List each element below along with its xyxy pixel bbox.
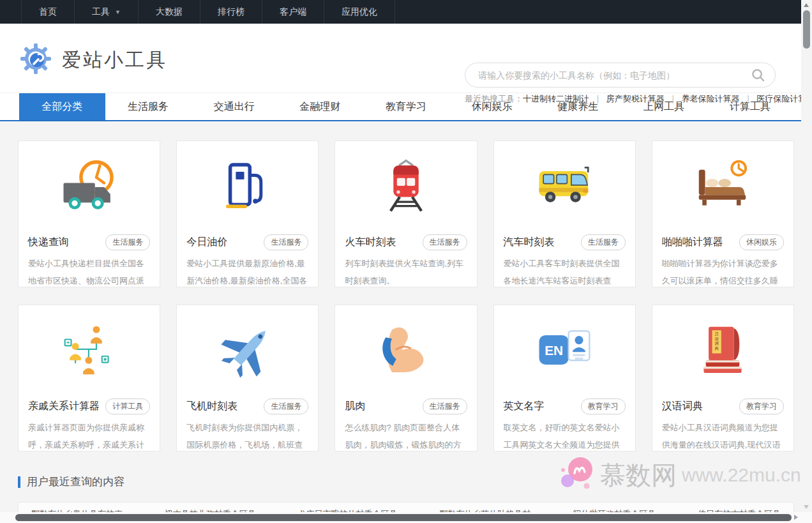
train-icon (335, 141, 476, 232)
scrollbar-corner (801, 512, 812, 523)
card-title-row: 啪啪啪计算器休闲娱乐 (652, 234, 793, 250)
hot-search-label: 最近热搜工具： (465, 94, 523, 103)
tool-card[interactable]: 啪啪啪计算器休闲娱乐啪啪啪计算器为你计算谈恋爱多久可以滚床单，情侣交往多久睡合 (652, 140, 794, 287)
nav-item-label: 应用优化 (342, 6, 377, 18)
muscle-icon (335, 305, 476, 396)
vertical-scrollbar-thumb[interactable] (803, 10, 810, 49)
card-title: 飞机时刻表 (186, 400, 237, 413)
svg-text:EN: EN (545, 343, 563, 358)
card-title: 火车时刻表 (345, 236, 396, 249)
horizontal-scrollbar-thumb[interactable] (15, 514, 792, 521)
tool-card[interactable]: 飞机时刻表生活服务飞机时刻表为你提供国内机票，国际机票价格，飞机场，航班查询, (176, 305, 319, 451)
card-description: 啪啪啪计算器为你计算谈恋爱多久可以滚床单，情侣交往多久睡合 (662, 255, 784, 287)
header: 爱站小工具 最近热搜工具：十进制转二进制计｜房产契税计算器｜养老保险计算器｜医疗… (0, 24, 812, 93)
chevron-down-icon: ▼ (115, 9, 121, 15)
dictionary-icon: 汉语词典 (652, 305, 793, 396)
nav-item-tools[interactable]: 工具▼ (75, 0, 139, 24)
hot-search-separator: ｜ (594, 94, 602, 103)
card-title: 今日油价 (186, 236, 227, 249)
hot-search-link[interactable]: 房产契税计算器 (606, 94, 665, 103)
hot-search-link[interactable]: 十进制转二进制计 (523, 94, 589, 103)
nav-item-ranking[interactable]: 排行榜 (200, 0, 262, 24)
card-category-tag[interactable]: 生活服务 (423, 234, 467, 250)
card-category-tag[interactable]: 生活服务 (105, 234, 150, 250)
top-nav: 首页工具▼大数据排行榜客户端应用优化 (0, 0, 812, 24)
card-title-row: 英文名字教育学习 (494, 398, 635, 414)
nav-item-label: 客户端 (280, 6, 306, 18)
main-content: 快递查询生活服务爱站小工具快递栏目提供全国各地省市区快递、物流公司网点派送范 今… (0, 121, 812, 523)
search-icon[interactable] (751, 68, 765, 82)
section-accent-bar (18, 476, 20, 488)
card-category-tag[interactable]: 教育学习 (581, 398, 626, 414)
card-description: 爱站小工具汉语词典频道为您提供海量的在线汉语词典,现代汉语词典 (662, 419, 784, 451)
delivery-truck-icon (19, 141, 160, 232)
tab-finance[interactable]: 金融理财 (277, 93, 363, 120)
search-area: 最近热搜工具：十进制转二进制计｜房产契税计算器｜养老保险计算器｜医疗保险计算器 (465, 63, 776, 105)
nav-item-label: 排行榜 (218, 6, 244, 18)
recent-section-head: 用户最近查询的内容 (18, 474, 794, 489)
tool-card[interactable]: EN 英文名字教育学习取英文名，好听的英文名爱站小工具网英文名大全频道为您提供各… (493, 305, 636, 451)
hot-search-link[interactable]: 养老保险计算器 (681, 94, 739, 103)
card-description: 爱站小工具快递栏目提供全国各地省市区快递、物流公司网点派送范 (28, 255, 150, 287)
svg-text:典: 典 (715, 346, 719, 351)
family-tree-icon (19, 305, 160, 396)
vertical-scrollbar[interactable] (801, 0, 812, 512)
card-title: 英文名字 (504, 400, 545, 413)
tool-card[interactable]: 今日油价生活服务爱站小工具提供最新原油价格,最新汽油价格,最新柴油价格,全国各地 (176, 140, 319, 287)
card-title-row: 亲戚关系计算器计算工具 (19, 398, 160, 414)
card-title-row: 飞机时刻表生活服务 (177, 398, 318, 414)
card-description: 飞机时刻表为你提供国内机票，国际机票价格，飞机场，航班查询, (186, 419, 308, 451)
bed-icon (652, 141, 793, 232)
tab-life[interactable]: 生活服务 (105, 93, 192, 120)
card-title-row: 肌肉生活服务 (335, 398, 476, 414)
tool-card[interactable]: 肌肉生活服务怎么练肌肉? 肌肉页面整合人体肌肉，肌肉锻炼，锻炼肌肉的方法 (335, 305, 477, 451)
card-category-tag[interactable]: 生活服务 (423, 398, 467, 414)
card-title-row: 汽车时刻表生活服务 (494, 234, 635, 250)
site-logo-gear-wrench-icon (19, 42, 52, 78)
horizontal-scrollbar[interactable] (0, 512, 801, 523)
hot-search-separator: ｜ (744, 94, 752, 103)
card-category-tag[interactable]: 生活服务 (264, 398, 308, 414)
site-title: 爱站小工具 (62, 47, 167, 73)
nav-item-home[interactable]: 首页 (21, 0, 75, 24)
tab-traffic[interactable]: 交通出行 (191, 93, 277, 120)
search-input[interactable] (465, 70, 751, 80)
card-description: 列车时刻表提供火车站查询,列车时刻表查询。 (345, 255, 467, 287)
recent-section-title: 用户最近查询的内容 (27, 474, 124, 489)
card-title: 亲戚关系计算器 (28, 400, 100, 413)
card-title-row: 快递查询生活服务 (19, 234, 160, 250)
nav-item-label: 工具 (92, 6, 110, 18)
nav-item-bigdata[interactable]: 大数据 (139, 0, 200, 24)
airplane-icon (177, 305, 318, 396)
card-category-tag[interactable]: 生活服务 (264, 234, 308, 250)
tool-card[interactable]: 亲戚关系计算器计算工具亲戚计算器页面为你提供亲戚称呼，亲戚关系称呼，亲戚关系计算 (18, 305, 160, 451)
fuel-pump-icon (177, 141, 318, 232)
hot-search-line: 最近热搜工具：十进制转二进制计｜房产契税计算器｜养老保险计算器｜医疗保险计算器 (465, 93, 776, 105)
card-description: 亲戚计算器页面为你提供亲戚称呼，亲戚关系称呼，亲戚关系计算 (28, 419, 150, 451)
scroll-right-arrow-icon[interactable] (794, 515, 798, 520)
brand[interactable]: 爱站小工具 (19, 42, 167, 78)
card-title: 汽车时刻表 (504, 236, 555, 249)
nav-item-label: 大数据 (156, 6, 183, 18)
card-category-tag[interactable]: 教育学习 (739, 398, 784, 414)
bus-icon (494, 141, 635, 232)
tab-education[interactable]: 教育学习 (363, 93, 449, 120)
tab-all[interactable]: 全部分类 (19, 93, 105, 120)
tool-card[interactable]: 快递查询生活服务爱站小工具快递栏目提供全国各地省市区快递、物流公司网点派送范 (18, 140, 160, 287)
nav-item-client[interactable]: 客户端 (262, 0, 324, 24)
page: 首页工具▼大数据排行榜客户端应用优化 (0, 0, 812, 523)
card-category-tag[interactable]: 计算工具 (105, 398, 150, 414)
hot-search-links: 十进制转二进制计｜房产契税计算器｜养老保险计算器｜医疗保险计算器 (523, 94, 812, 103)
scroll-down-arrow-icon[interactable] (804, 505, 809, 509)
nav-item-app-optimize[interactable]: 应用优化 (324, 0, 395, 24)
card-category-tag[interactable]: 休闲娱乐 (739, 234, 784, 250)
tool-card[interactable]: 汉语词典 汉语词典教育学习爱站小工具汉语词典频道为您提供海量的在线汉语词典,现代… (652, 305, 794, 451)
tool-card[interactable]: 汽车时刻表生活服务爱站小工具客车时刻表提供全国各地长途汽车站客运时刻表查询、汽 (493, 140, 636, 287)
hot-search-separator: ｜ (669, 94, 677, 103)
card-category-tag[interactable]: 生活服务 (581, 234, 626, 250)
card-title: 啪啪啪计算器 (662, 236, 723, 249)
card-description: 爱站小工具客车时刻表提供全国各地长途汽车站客运时刻表查询、汽 (504, 255, 626, 287)
tool-card[interactable]: 火车时刻表生活服务列车时刻表提供火车站查询,列车时刻表查询。 (335, 140, 477, 287)
scroll-up-arrow-icon[interactable] (804, 3, 809, 7)
card-title: 肌肉 (345, 400, 365, 413)
